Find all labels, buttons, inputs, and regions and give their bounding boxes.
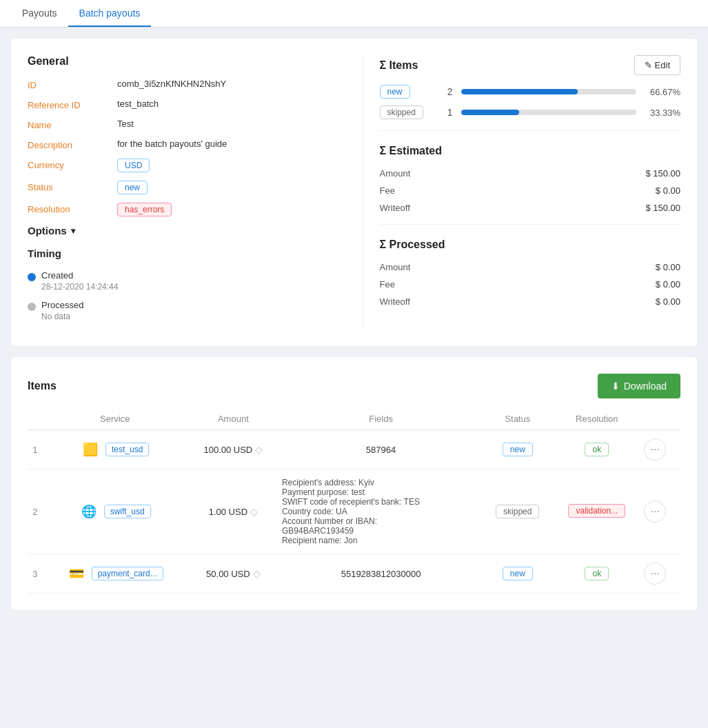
general-title: General	[28, 55, 346, 68]
status-badge: new	[503, 443, 533, 456]
timing-item: Created28-12-2020 14:24:44	[28, 270, 346, 292]
timing-items: Created28-12-2020 14:24:44ProcessedNo da…	[28, 270, 346, 321]
field-value: for the batch payouts' guide	[117, 139, 227, 149]
service-badge: test_usd	[105, 443, 149, 456]
col-status: Status	[483, 408, 552, 430]
timing-text: ProcessedNo data	[41, 300, 83, 321]
row-fields: 5519283812030000	[279, 554, 483, 594]
field-row: IDcomb_3i5znKfNKHN2NshY	[28, 79, 346, 90]
field-value: test_batch	[117, 99, 159, 109]
field-row: Descriptionfor the batch payouts' guide	[28, 139, 346, 150]
row-status: new	[483, 430, 552, 469]
items-tbody: 1🟨test_usd100.00 USD◇587964newok···2🌐swi…	[28, 430, 680, 594]
row-fields: Recipient's address: Kyiv Payment purpos…	[279, 469, 483, 554]
estimated-value: $ 150.00	[645, 203, 680, 213]
row-resolution: ok	[552, 554, 641, 594]
timing-dot	[28, 273, 36, 281]
row-index: 3	[28, 554, 43, 594]
general-section: General IDcomb_3i5znKfNKHN2NshYReference…	[28, 55, 346, 330]
edit-label: Edit	[655, 60, 670, 70]
processed-value: $ 0.00	[656, 262, 680, 272]
processed-label: Amount	[380, 262, 411, 272]
field-label: Currency	[28, 159, 117, 170]
field-row: NameTest	[28, 119, 346, 130]
sigma-pct: 33.33%	[645, 108, 680, 118]
timing-title: Timing	[28, 247, 346, 259]
resolution-badge: validation...	[568, 504, 625, 518]
sigma-rows: new266.67%skipped133.33%	[380, 85, 681, 119]
service-icon: 🟨	[81, 440, 100, 459]
field-label: Name	[28, 119, 117, 130]
estimated-row: Fee$ 0.00	[380, 185, 681, 196]
sigma-count: 1	[436, 107, 453, 118]
processed-value: $ 0.00	[656, 279, 680, 290]
copy-icon[interactable]: ◇	[255, 444, 263, 455]
items-card: Items ⬇ Download Service Amount Fields S…	[11, 357, 697, 610]
estimated-section: Σ Estimated Amount$ 150.00Fee$ 0.00Write…	[380, 145, 681, 213]
processed-row: Writeoff$ 0.00	[380, 296, 681, 307]
field-badge: new	[117, 181, 148, 194]
sigma-row: skipped133.33%	[380, 105, 681, 119]
processed-rows: Amount$ 0.00Fee$ 0.00Writeoff$ 0.00	[380, 262, 681, 307]
processed-row: Fee$ 0.00	[380, 279, 681, 290]
edit-icon: ✎	[645, 60, 652, 70]
row-index: 2	[28, 469, 43, 554]
col-resolution: Resolution	[552, 408, 641, 430]
timing-date: 28-12-2020 14:24:44	[41, 282, 118, 292]
tab-batch-payouts[interactable]: Batch payouts	[68, 1, 152, 27]
processed-label: Writeoff	[380, 296, 410, 307]
options-row[interactable]: Options ▾	[28, 225, 346, 236]
copy-icon[interactable]: ◇	[250, 506, 258, 517]
row-service: 🌐swift_usd	[43, 469, 188, 554]
estimated-rows: Amount$ 150.00Fee$ 0.00Writeoff$ 150.00	[380, 168, 681, 213]
top-card: General IDcomb_3i5znKfNKHN2NshYReference…	[11, 39, 697, 346]
row-index: 1	[28, 430, 43, 469]
estimated-row: Amount$ 150.00	[380, 168, 681, 179]
download-button[interactable]: ⬇ Download	[598, 374, 680, 398]
table-row: 1🟨test_usd100.00 USD◇587964newok···	[28, 430, 680, 469]
row-amount: 1.00 USD◇	[188, 469, 279, 554]
estimated-title: Σ Estimated	[380, 145, 681, 157]
field-value: USD	[117, 159, 150, 172]
timing-text: Created28-12-2020 14:24:44	[41, 270, 118, 292]
row-actions: ···	[641, 430, 680, 469]
edit-button[interactable]: ✎ Edit	[634, 55, 680, 75]
copy-icon[interactable]: ◇	[253, 568, 261, 579]
col-fields: Fields	[279, 408, 483, 430]
timing-section: Timing Created28-12-2020 14:24:44Process…	[28, 247, 346, 321]
estimated-row: Writeoff$ 150.00	[380, 203, 681, 213]
progress-bar-wrap	[461, 110, 637, 115]
estimated-value: $ 150.00	[645, 168, 680, 179]
sigma-row: new266.67%	[380, 85, 681, 99]
sigma-items-section: Σ Items ✎ Edit new266.67%skipped133.33%	[380, 55, 681, 119]
more-button[interactable]: ···	[644, 438, 666, 461]
field-label: Description	[28, 139, 117, 150]
resolution-badge: ok	[585, 443, 609, 456]
row-resolution: validation...	[552, 469, 641, 554]
more-button[interactable]: ···	[644, 501, 666, 523]
field-row: Resolutionhas_errors	[28, 203, 346, 216]
sigma-badge-wrap: skipped	[380, 105, 428, 119]
status-badge: skipped	[496, 505, 539, 518]
row-status: new	[483, 554, 552, 594]
download-icon: ⬇	[611, 381, 620, 392]
row-amount: 100.00 USD◇	[188, 430, 279, 469]
timing-label: Created	[41, 270, 118, 281]
items-title: Items	[28, 380, 57, 392]
field-row: Reference IDtest_batch	[28, 99, 346, 110]
sigma-badge: skipped	[380, 105, 423, 119]
timing-dot	[28, 303, 36, 311]
tab-payouts[interactable]: Payouts	[11, 1, 68, 27]
col-amount: Amount	[188, 408, 279, 430]
more-button[interactable]: ···	[644, 563, 666, 585]
sigma-count: 2	[436, 86, 453, 97]
field-label: Reference ID	[28, 99, 117, 110]
processed-label: Fee	[380, 279, 395, 290]
timing-date: No data	[41, 312, 83, 321]
sigma-badge: new	[380, 85, 410, 99]
estimated-label: Amount	[380, 168, 411, 179]
options-label: Options	[28, 225, 67, 236]
estimated-label: Writeoff	[380, 203, 410, 213]
row-fields: 587964	[279, 430, 483, 469]
row-status: skipped	[483, 469, 552, 554]
